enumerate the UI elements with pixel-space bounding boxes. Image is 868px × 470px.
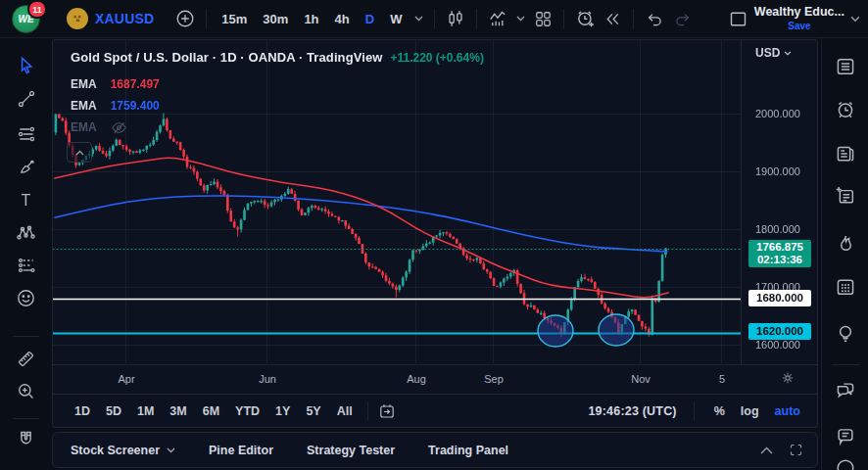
tab-trading-panel[interactable]: Trading Panel (424, 444, 512, 457)
timeframe-1d[interactable]: D (358, 5, 382, 32)
currency-label: USD (755, 46, 780, 60)
timeframe-15m[interactable]: 15m (214, 5, 255, 32)
time-tick: Apr (118, 373, 134, 385)
hotlists-button[interactable] (835, 233, 856, 255)
go-to-date-icon (378, 402, 396, 420)
indicators-button[interactable] (484, 5, 511, 32)
last-price-label: 1766.875 02:13:36 (748, 240, 811, 267)
indicator-name-hidden[interactable]: EMA (71, 120, 97, 134)
grid-layout-icon (534, 10, 553, 28)
range-ytd[interactable]: YTD (227, 400, 267, 423)
ideas-button[interactable] (835, 323, 856, 345)
price-scale-currency-button[interactable]: USD (755, 46, 792, 60)
magnet-icon (16, 429, 36, 449)
calendar-button[interactable] (835, 276, 856, 298)
legend-collapse-button[interactable] (67, 142, 92, 163)
toolbar-divider (563, 9, 564, 28)
measure-ruler-tool-button[interactable] (16, 349, 36, 369)
percent-scale-button[interactable]: % (711, 404, 728, 418)
range-5y[interactable]: 5Y (298, 400, 328, 423)
create-alert-button[interactable] (571, 5, 599, 32)
timeframe-30m[interactable]: 30m (255, 5, 296, 32)
symbol-search-button[interactable]: XAUUSD (63, 4, 158, 33)
chart-style-button[interactable] (442, 5, 469, 32)
range-6m[interactable]: 6M (195, 400, 227, 423)
fullscreen-button[interactable] (789, 443, 803, 457)
chat-button[interactable] (835, 425, 856, 446)
xabcd-pattern-tool-button[interactable] (16, 222, 36, 243)
redo-button[interactable] (668, 5, 696, 32)
ruler-icon (16, 349, 36, 369)
layout-name-menu[interactable]: Wealthy Educ... Save (754, 6, 844, 31)
symbol-name: XAUUSD (95, 11, 154, 26)
price-scale[interactable]: USD 2000.000 1900.000 1800.000 1700.000 … (741, 40, 817, 364)
range-all[interactable]: All (329, 400, 361, 423)
trend-line-tool-button[interactable] (16, 88, 36, 109)
fib-retracement-tool-button[interactable] (16, 123, 36, 144)
auto-scale-button[interactable]: auto (772, 404, 803, 418)
time-scale[interactable]: Apr Jun Aug Sep Nov 5 (53, 364, 817, 394)
toolbar-divider (434, 9, 435, 28)
chevron-down-icon (516, 16, 525, 22)
indicators-menu-button[interactable] (511, 5, 529, 32)
redo-arrow-icon (673, 10, 692, 28)
time-tick: Sep (484, 373, 504, 385)
timeframe-menu-button[interactable] (410, 5, 427, 32)
time-tick: 5 (719, 373, 725, 385)
save-layout-button[interactable]: Save (788, 21, 810, 31)
timeframe-4h[interactable]: 4h (327, 5, 358, 32)
help-button[interactable] (835, 457, 856, 470)
news-button[interactable] (835, 143, 856, 164)
tab-pine-editor[interactable]: Pine Editor (205, 444, 277, 457)
magnet-tool-button[interactable] (16, 429, 36, 449)
toolbar-divider (13, 418, 39, 419)
range-1y[interactable]: 1Y (267, 400, 298, 423)
cursor-tool-button[interactable] (16, 55, 36, 75)
range-5d[interactable]: 5D (98, 400, 129, 423)
text-tool-icon: T (22, 193, 31, 209)
log-scale-button[interactable]: log (738, 404, 762, 418)
layout-menu-chevron[interactable] (846, 5, 864, 32)
timeframe-1h[interactable]: 1h (296, 5, 326, 32)
price-tick: 1600.000 (755, 338, 800, 352)
timeframe-1w[interactable]: W (382, 5, 410, 32)
zoom-in-tool-button[interactable] (16, 381, 36, 401)
go-to-date-button[interactable] (375, 400, 399, 423)
clock-utc[interactable]: 19:46:23 (UTC) (588, 404, 676, 418)
emoji-tool-button[interactable] (16, 288, 36, 308)
undo-button[interactable] (641, 5, 668, 32)
main-menu-button[interactable]: WE 11 (12, 4, 41, 33)
text-notes-button[interactable] (835, 185, 856, 207)
indicator-name[interactable]: EMA (71, 99, 97, 113)
scale-settings-button[interactable] (780, 370, 796, 386)
forecast-tool-button[interactable] (16, 255, 36, 275)
layout-grid-button[interactable] (529, 5, 556, 32)
tab-stock-screener[interactable]: Stock Screener (67, 444, 179, 457)
price-tick: 1900.000 (755, 164, 800, 178)
forecast-icon (17, 256, 36, 275)
chart-legend: Gold Spot / U.S. Dollar · 1D · OANDA · T… (71, 50, 484, 138)
compare-add-symbol-button[interactable] (171, 5, 199, 32)
bar-replay-button[interactable] (599, 5, 626, 32)
calendar-dots-icon (835, 276, 856, 298)
indicator-name[interactable]: EMA (71, 77, 97, 91)
brush-tool-button[interactable] (16, 157, 36, 177)
candlestick-icon (446, 9, 465, 28)
text-tool-button[interactable]: T (16, 190, 36, 211)
alerts-button[interactable] (835, 99, 856, 120)
toolbar-divider (633, 9, 634, 28)
indicator-value: 1687.497 (111, 77, 160, 91)
chevron-down-icon (850, 16, 860, 23)
range-3m[interactable]: 3M (162, 400, 194, 423)
public-chats-button[interactable] (835, 379, 856, 400)
watchlist-button[interactable] (835, 56, 856, 77)
range-1m[interactable]: 1M (129, 400, 162, 423)
chart-title[interactable]: Gold Spot / U.S. Dollar · 1D · OANDA · T… (71, 50, 382, 65)
flame-icon (835, 233, 856, 255)
layout-button[interactable] (725, 5, 752, 32)
range-1d[interactable]: 1D (67, 400, 98, 423)
tab-strategy-tester[interactable]: Strategy Tester (303, 444, 399, 457)
panel-expand-button[interactable] (760, 446, 773, 454)
plus-circle-icon (175, 9, 195, 28)
eye-off-icon[interactable] (111, 119, 127, 136)
